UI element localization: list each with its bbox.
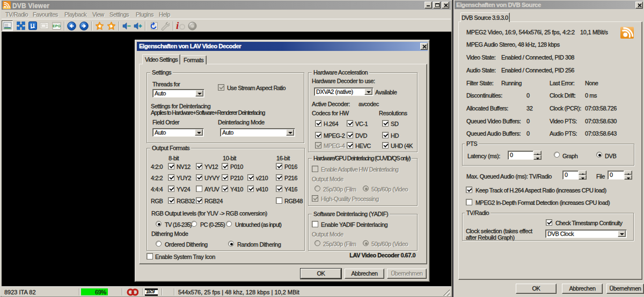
svg-text:i: i	[176, 20, 179, 31]
svg-text:EPG: EPG	[53, 24, 61, 28]
